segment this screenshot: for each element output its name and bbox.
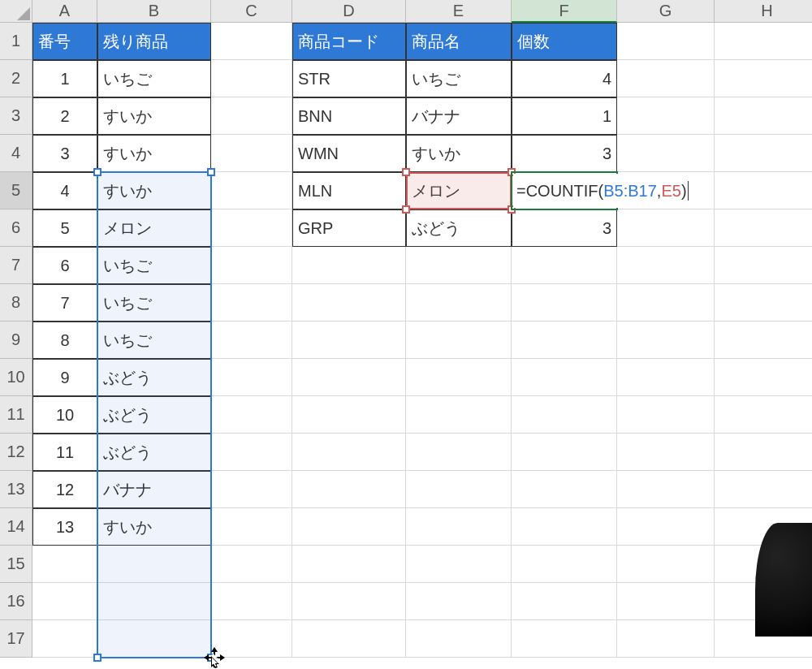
cell-B13[interactable]: バナナ xyxy=(97,471,211,508)
row-header-5[interactable]: 5 xyxy=(0,172,32,209)
cell-D8[interactable] xyxy=(292,284,406,322)
cell-D4[interactable]: WMN xyxy=(292,135,406,172)
cell-H6[interactable] xyxy=(715,209,812,247)
cell-F13[interactable] xyxy=(512,471,617,508)
cell-E5[interactable]: メロン xyxy=(406,172,512,209)
cell-B12[interactable]: ぶどう xyxy=(97,434,211,471)
col-header-F[interactable]: F xyxy=(512,0,617,23)
cell-G4[interactable] xyxy=(617,135,715,172)
cell-F6[interactable]: 3 xyxy=(512,209,617,247)
row-header-16[interactable]: 16 xyxy=(0,583,32,620)
cell-G9[interactable] xyxy=(617,322,715,359)
col-header-H[interactable]: H xyxy=(715,0,812,23)
select-all-corner[interactable] xyxy=(0,0,32,23)
col-header-E[interactable]: E xyxy=(406,0,512,23)
cell-B10[interactable]: ぶどう xyxy=(97,359,211,396)
cell-A13[interactable]: 12 xyxy=(32,471,97,508)
row-header-3[interactable]: 3 xyxy=(0,97,32,135)
cell-C8[interactable] xyxy=(211,284,292,322)
cell-A1[interactable]: 番号 xyxy=(32,23,97,60)
cell-C4[interactable] xyxy=(211,135,292,172)
row-header-7[interactable]: 7 xyxy=(0,247,32,284)
cell-D7[interactable] xyxy=(292,247,406,284)
cell-D3[interactable]: BNN xyxy=(292,97,406,135)
cell-B15[interactable] xyxy=(97,546,211,583)
cell-G10[interactable] xyxy=(617,359,715,396)
cell-E7[interactable] xyxy=(406,247,512,284)
cell-E15[interactable] xyxy=(406,546,512,583)
cell-B1[interactable]: 残り商品 xyxy=(97,23,211,60)
cell-H2[interactable] xyxy=(715,60,812,97)
col-header-B[interactable]: B xyxy=(97,0,211,23)
cell-E1[interactable]: 商品名 xyxy=(406,23,512,60)
spreadsheet-grid[interactable]: ABCDEFGH1234567891011121314151617番号残り商品1… xyxy=(0,0,812,669)
cell-C17[interactable] xyxy=(211,620,292,658)
cell-H13[interactable] xyxy=(715,471,812,508)
row-header-4[interactable]: 4 xyxy=(0,135,32,172)
selection-handle[interactable] xyxy=(93,168,102,176)
row-header-1[interactable]: 1 xyxy=(0,23,32,60)
cell-F10[interactable] xyxy=(512,359,617,396)
cell-D14[interactable] xyxy=(292,508,406,546)
cell-H3[interactable] xyxy=(715,97,812,135)
cell-B17[interactable] xyxy=(97,620,211,658)
cell-G17[interactable] xyxy=(617,620,715,658)
cell-G11[interactable] xyxy=(617,396,715,434)
cell-E16[interactable] xyxy=(406,583,512,620)
cell-F4[interactable]: 3 xyxy=(512,135,617,172)
row-header-10[interactable]: 10 xyxy=(0,359,32,396)
cell-A16[interactable] xyxy=(32,583,97,620)
cell-F14[interactable] xyxy=(512,508,617,546)
reference-handle[interactable] xyxy=(402,168,410,176)
cell-G12[interactable] xyxy=(617,434,715,471)
cell-A8[interactable]: 7 xyxy=(32,284,97,322)
cell-E11[interactable] xyxy=(406,396,512,434)
cell-C7[interactable] xyxy=(211,247,292,284)
cell-H4[interactable] xyxy=(715,135,812,172)
selection-handle[interactable] xyxy=(207,168,215,176)
row-header-14[interactable]: 14 xyxy=(0,508,32,546)
cell-D1[interactable]: 商品コード xyxy=(292,23,406,60)
cell-A2[interactable]: 1 xyxy=(32,60,97,97)
cell-E10[interactable] xyxy=(406,359,512,396)
cell-A10[interactable]: 9 xyxy=(32,359,97,396)
cell-G1[interactable] xyxy=(617,23,715,60)
cell-A17[interactable] xyxy=(32,620,97,658)
col-header-A[interactable]: A xyxy=(32,0,97,23)
row-header-13[interactable]: 13 xyxy=(0,471,32,508)
cell-C14[interactable] xyxy=(211,508,292,546)
cell-G14[interactable] xyxy=(617,508,715,546)
cell-E13[interactable] xyxy=(406,471,512,508)
row-header-8[interactable]: 8 xyxy=(0,284,32,322)
cell-C2[interactable] xyxy=(211,60,292,97)
cell-H10[interactable] xyxy=(715,359,812,396)
cell-C16[interactable] xyxy=(211,583,292,620)
cell-A14[interactable]: 13 xyxy=(32,508,97,546)
col-header-D[interactable]: D xyxy=(292,0,406,23)
cell-C6[interactable] xyxy=(211,209,292,247)
cell-H11[interactable] xyxy=(715,396,812,434)
cell-C13[interactable] xyxy=(211,471,292,508)
cell-C10[interactable] xyxy=(211,359,292,396)
row-header-17[interactable]: 17 xyxy=(0,620,32,658)
cell-E9[interactable] xyxy=(406,322,512,359)
cell-H7[interactable] xyxy=(715,247,812,284)
cell-G3[interactable] xyxy=(617,97,715,135)
selection-handle[interactable] xyxy=(93,654,102,662)
cell-G8[interactable] xyxy=(617,284,715,322)
cell-F12[interactable] xyxy=(512,434,617,471)
row-header-15[interactable]: 15 xyxy=(0,546,32,583)
row-header-2[interactable]: 2 xyxy=(0,60,32,97)
cell-B7[interactable]: いちご xyxy=(97,247,211,284)
cell-B8[interactable]: いちご xyxy=(97,284,211,322)
cell-D6[interactable]: GRP xyxy=(292,209,406,247)
col-header-G[interactable]: G xyxy=(617,0,715,23)
cell-B4[interactable]: すいか xyxy=(97,135,211,172)
selection-handle[interactable] xyxy=(207,654,215,662)
cell-C5[interactable] xyxy=(211,172,292,209)
cell-C11[interactable] xyxy=(211,396,292,434)
cell-F9[interactable] xyxy=(512,322,617,359)
row-header-12[interactable]: 12 xyxy=(0,434,32,471)
cell-F7[interactable] xyxy=(512,247,617,284)
cell-C15[interactable] xyxy=(211,546,292,583)
